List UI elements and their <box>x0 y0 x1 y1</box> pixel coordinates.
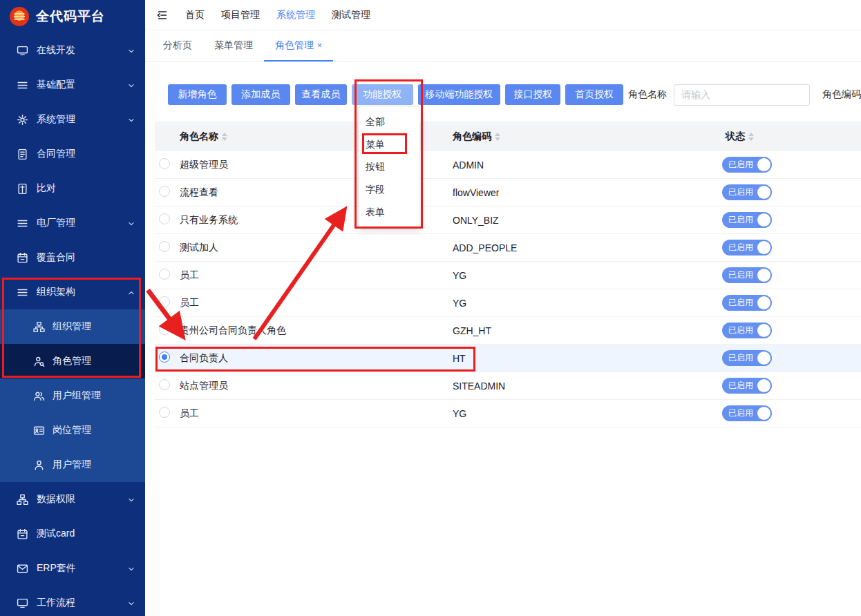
sidebar-item-2[interactable]: 系统管理 <box>0 102 145 137</box>
row-radio[interactable] <box>159 241 170 252</box>
sidebar-item-13[interactable]: 数据权限 <box>0 482 145 517</box>
dropdown-item-2[interactable]: 按钮 <box>359 156 419 179</box>
roles-table: 角色名称 角色编码 状态 超级管理员ADMIN已启用流程查看flowViewer… <box>155 122 861 427</box>
sidebar-item-label: 测试card <box>37 528 135 540</box>
filter-label-clipped: 角色编码 <box>822 88 861 101</box>
sidebar-item-9[interactable]: 角色管理 <box>0 344 145 378</box>
gear-icon <box>17 114 28 126</box>
dropdown-item-1[interactable]: 菜单 <box>359 134 419 157</box>
sidebar-item-8[interactable]: 组织管理 <box>0 309 145 344</box>
nav-item-3[interactable]: 测试管理 <box>332 9 370 21</box>
sort-carets-icon[interactable] <box>222 133 227 141</box>
status-toggle-label: 已启用 <box>728 214 753 226</box>
status-toggle-enabled[interactable]: 已启用 <box>722 267 772 283</box>
row-radio[interactable] <box>159 213 170 224</box>
status-toggle-label: 已启用 <box>728 186 753 198</box>
toolbar-button-3[interactable]: 功能授权 <box>352 84 413 105</box>
sidebar-item-7[interactable]: 组织架构 <box>0 275 145 309</box>
tab-close-icon[interactable]: × <box>317 41 322 50</box>
toolbar-button-1[interactable]: 添加成员 <box>231 84 290 105</box>
toggle-knob <box>757 213 770 227</box>
table-row-4[interactable]: 员工YG已启用 <box>155 262 861 289</box>
row-radio[interactable] <box>159 158 170 169</box>
table-row-3[interactable]: 测试加人ADD_PEOPLE已启用 <box>155 234 861 262</box>
role-name-cell: 员工 <box>180 297 453 309</box>
sidebar-item-15[interactable]: ERP套件 <box>0 551 145 586</box>
status-toggle-enabled[interactable]: 已启用 <box>722 405 772 421</box>
table-row-8[interactable]: 站点管理员SITEADMIN已启用 <box>155 372 861 400</box>
menu-collapse-icon[interactable] <box>156 9 169 21</box>
sidebar-item-11[interactable]: 岗位管理 <box>0 413 145 447</box>
tab-2[interactable]: 角色管理× <box>264 30 333 61</box>
dropdown-item-3[interactable]: 字段 <box>359 179 419 202</box>
status-toggle-enabled[interactable]: 已启用 <box>722 212 772 228</box>
table-row-1[interactable]: 流程查看flowViewer已启用 <box>155 179 861 206</box>
row-radio-selected[interactable] <box>159 352 170 363</box>
table-row-2[interactable]: 只有业务系统ONLY_BIZ已启用 <box>155 206 861 234</box>
column-header-role-code[interactable]: 角色编码 <box>453 131 722 143</box>
status-toggle-enabled[interactable]: 已启用 <box>722 378 772 394</box>
column-header-status[interactable]: 状态 <box>722 131 861 143</box>
sidebar-item-4[interactable]: 比对 <box>0 171 145 206</box>
sidebar-item-16[interactable]: 工作流程 <box>0 586 145 616</box>
chevron-down-icon <box>127 599 135 607</box>
row-radio[interactable] <box>159 296 170 307</box>
sort-carets-icon[interactable] <box>495 133 500 141</box>
table-header-row: 角色名称 角色编码 状态 <box>155 122 861 151</box>
status-toggle-label: 已启用 <box>728 269 753 281</box>
status-toggle-enabled[interactable]: 已启用 <box>722 295 772 311</box>
table-row-6[interactable]: 贵州公司合同负责人角色GZH_HT已启用 <box>155 317 861 345</box>
nav-item-2[interactable]: 系统管理 <box>276 9 315 21</box>
sidebar-item-3[interactable]: 合同管理 <box>0 137 145 171</box>
nav-item-1[interactable]: 项目管理 <box>221 9 260 21</box>
list-icon <box>17 79 28 91</box>
chevron-down-icon <box>127 46 135 55</box>
row-radio[interactable] <box>159 186 170 197</box>
row-radio[interactable] <box>159 324 170 335</box>
status-toggle-enabled[interactable]: 已启用 <box>722 184 772 200</box>
role-code-cell: ADMIN <box>453 160 722 171</box>
status-toggle-enabled[interactable]: 已启用 <box>722 350 772 366</box>
chevron-up-icon <box>127 288 135 296</box>
dropdown-item-4[interactable]: 表单 <box>359 201 419 224</box>
role-code-cell: YG <box>453 408 722 419</box>
tab-1[interactable]: 菜单管理 <box>203 30 264 61</box>
status-toggle-enabled[interactable]: 已启用 <box>722 323 772 338</box>
main-area: 首页项目管理系统管理测试管理 分析页菜单管理角色管理× 新增角色添加成员查看成员… <box>145 0 861 616</box>
sidebar-item-0[interactable]: 在线开发 <box>0 33 145 68</box>
role-code-cell: YG <box>453 298 722 309</box>
dropdown-item-0[interactable]: 全部 <box>359 111 419 134</box>
sidebar-item-12[interactable]: 用户管理 <box>0 447 145 482</box>
table-row-9[interactable]: 员工YG已启用 <box>155 400 861 427</box>
table-row-7[interactable]: 合同负责人HT已启用 <box>155 345 861 372</box>
status-toggle-enabled[interactable]: 已启用 <box>722 240 772 256</box>
contract-icon <box>17 148 28 160</box>
sort-carets-icon[interactable] <box>748 133 754 141</box>
sidebar-item-1[interactable]: 基础配置 <box>0 68 145 102</box>
nav-item-0[interactable]: 首页 <box>185 9 205 21</box>
toolbar-button-2[interactable]: 查看成员 <box>295 84 347 105</box>
sidebar-item-10[interactable]: 用户组管理 <box>0 378 145 413</box>
row-radio[interactable] <box>159 269 170 280</box>
sidebar-item-5[interactable]: 电厂管理 <box>0 206 145 240</box>
toolbar-button-0[interactable]: 新增角色 <box>168 84 227 105</box>
filter-label: 角色名称 <box>628 88 667 101</box>
row-radio[interactable] <box>159 379 170 390</box>
sidebar-item-label: 系统管理 <box>37 113 127 126</box>
toolbar-button-5[interactable]: 接口授权 <box>505 84 560 105</box>
role-code-cell: ADD_PEOPLE <box>453 242 722 253</box>
column-header-label: 角色名称 <box>180 131 218 143</box>
table-row-0[interactable]: 超级管理员ADMIN已启用 <box>155 151 861 179</box>
tab-0[interactable]: 分析页 <box>152 30 203 61</box>
user-key-icon <box>33 356 45 367</box>
status-toggle-enabled[interactable]: 已启用 <box>722 157 772 173</box>
toolbar-button-4[interactable]: 移动端功能授权 <box>418 84 501 105</box>
toggle-knob <box>757 324 770 337</box>
row-radio[interactable] <box>159 407 170 418</box>
sidebar-item-6[interactable]: 覆盖合同 <box>0 240 145 275</box>
toolbar-button-6[interactable]: 首页授权 <box>565 84 623 105</box>
role-name-input[interactable] <box>674 84 810 106</box>
table-row-5[interactable]: 员工YG已启用 <box>155 289 861 317</box>
sidebar-item-14[interactable]: 测试card <box>0 517 145 551</box>
role-code-cell: GZH_HT <box>453 325 722 336</box>
